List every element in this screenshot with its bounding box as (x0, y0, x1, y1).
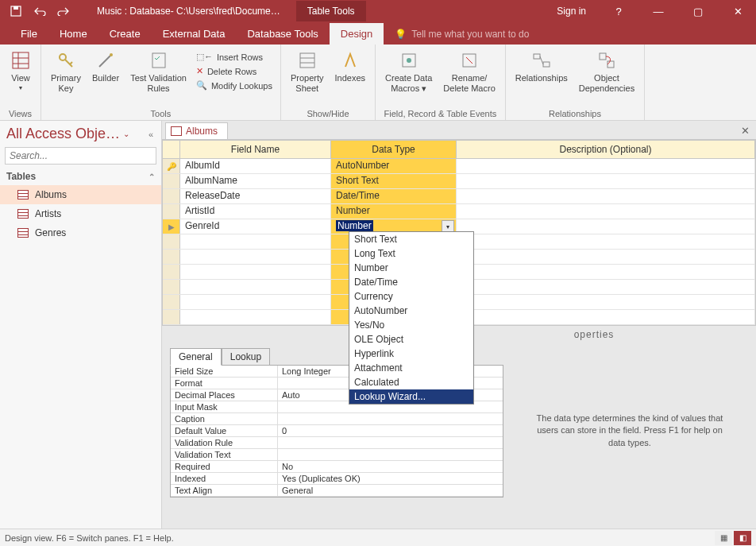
field-name-cell[interactable]: GenreId (180, 219, 331, 234)
field-name-cell[interactable] (180, 250, 331, 264)
col-data-type[interactable]: Data Type (331, 141, 457, 158)
property-row[interactable]: Default Value0 (171, 425, 503, 437)
prop-tab-lookup[interactable]: Lookup (222, 348, 270, 366)
field-name-cell[interactable]: AlbumId (180, 159, 331, 173)
view-button[interactable]: View▼ (6, 48, 35, 94)
data-type-cell[interactable]: Date/Time (331, 189, 457, 203)
document-tab-albums[interactable]: Albums (165, 122, 228, 139)
field-name-cell[interactable] (180, 265, 331, 279)
delete-rows-button[interactable]: ✕Delete Rows (195, 65, 274, 77)
nav-table-albums[interactable]: Albums (0, 185, 161, 204)
property-row[interactable]: IndexedYes (Duplicates OK) (171, 473, 503, 485)
dropdown-option[interactable]: Long Text (349, 246, 473, 261)
table-row[interactable]: ReleaseDateDate/Time (163, 189, 755, 204)
dropdown-option[interactable]: Date/Time (349, 275, 473, 289)
field-name-cell[interactable] (180, 234, 331, 249)
primary-key-button[interactable]: Primary Key (48, 48, 84, 95)
dropdown-option[interactable]: Attachment (349, 361, 473, 375)
dropdown-option[interactable]: Number (349, 261, 473, 275)
property-value[interactable]: Yes (Duplicates OK) (278, 473, 503, 484)
description-cell[interactable] (457, 189, 755, 203)
field-name-cell[interactable]: AlbumName (180, 174, 331, 188)
property-row[interactable]: Validation Rule (171, 437, 503, 449)
description-cell[interactable] (457, 295, 755, 309)
property-value[interactable] (278, 449, 503, 460)
undo-icon[interactable] (30, 2, 49, 21)
dropdown-option[interactable]: OLE Object (349, 332, 473, 347)
description-cell[interactable] (457, 174, 755, 188)
tab-home[interactable]: Home (48, 23, 98, 45)
description-cell[interactable] (457, 159, 755, 173)
description-cell[interactable] (457, 310, 755, 324)
description-cell[interactable] (457, 204, 755, 219)
insert-rows-button[interactable]: ⬚←Insert Rows (195, 51, 274, 63)
nav-table-artists[interactable]: Artists (0, 204, 161, 223)
table-row[interactable]: AlbumNameShort Text (163, 174, 755, 189)
rename-delete-macro-button[interactable]: Rename/ Delete Macro (440, 48, 498, 95)
property-value[interactable] (278, 413, 503, 424)
col-field-name[interactable]: Field Name (180, 141, 331, 158)
property-row[interactable]: RequiredNo (171, 461, 503, 473)
description-cell[interactable] (457, 280, 755, 294)
tab-create[interactable]: Create (98, 23, 152, 45)
builder-button[interactable]: Builder (89, 48, 122, 85)
nav-group-tables[interactable]: Tables⌃ (0, 168, 161, 185)
nav-dropdown-icon[interactable]: ⌄ (123, 130, 129, 138)
dropdown-option[interactable]: Currency (349, 289, 473, 304)
property-row[interactable]: Caption (171, 413, 503, 425)
tab-database-tools[interactable]: Database Tools (236, 23, 329, 45)
tab-external-data[interactable]: External Data (152, 23, 237, 45)
tell-me-search[interactable]: 💡 Tell me what you want to do (384, 24, 540, 45)
data-type-dropdown[interactable]: Short TextLong TextNumberDate/TimeCurren… (349, 231, 474, 405)
description-cell[interactable] (457, 265, 755, 279)
dropdown-option[interactable]: Yes/No (349, 318, 473, 332)
dropdown-option[interactable]: Hyperlink (349, 347, 473, 361)
nav-collapse-icon[interactable]: « (147, 128, 155, 141)
col-description[interactable]: Description (Optional) (457, 141, 755, 158)
dropdown-option[interactable]: AutoNumber (349, 304, 473, 318)
field-name-cell[interactable]: ArtistId (180, 204, 331, 219)
dropdown-option[interactable]: Calculated (349, 375, 473, 389)
tab-design[interactable]: Design (330, 23, 384, 45)
restore-button[interactable]: ▢ (680, 0, 716, 22)
prop-tab-general[interactable]: General (170, 348, 222, 366)
view-design-button[interactable]: ◧ (734, 531, 751, 545)
data-type-cell[interactable]: Number (331, 204, 457, 219)
view-datasheet-button[interactable]: ▦ (715, 531, 732, 545)
data-type-cell[interactable]: Short Text (331, 174, 457, 188)
description-cell[interactable] (457, 250, 755, 264)
field-name-cell[interactable] (180, 295, 331, 309)
nav-header[interactable]: All Access Obje… (6, 126, 120, 142)
table-row[interactable]: ArtistIdNumber (163, 204, 755, 219)
create-data-macros-button[interactable]: Create Data Macros ▾ (382, 48, 435, 95)
object-dependencies-button[interactable]: Object Dependencies (576, 48, 638, 95)
description-cell[interactable] (457, 234, 755, 249)
property-value[interactable] (278, 437, 503, 448)
property-row[interactable]: Text AlignGeneral (171, 485, 503, 497)
property-sheet-button[interactable]: Property Sheet (287, 48, 327, 95)
close-button[interactable]: ✕ (719, 0, 756, 22)
data-type-cell[interactable]: AutoNumber (331, 159, 457, 173)
property-value[interactable]: General (278, 485, 503, 496)
test-validation-button[interactable]: Test Validation Rules (127, 48, 190, 95)
sign-in-link[interactable]: Sign in (546, 6, 597, 17)
relationships-button[interactable]: Relationships (512, 48, 571, 85)
field-name-cell[interactable] (180, 310, 331, 324)
document-close-button[interactable]: ✕ (735, 122, 756, 139)
nav-search-input[interactable] (5, 147, 156, 165)
minimize-button[interactable]: — (640, 0, 677, 22)
description-cell[interactable] (457, 219, 755, 234)
modify-lookups-button[interactable]: 🔍Modify Lookups (195, 79, 274, 91)
indexes-button[interactable]: Indexes (332, 48, 369, 85)
dropdown-option[interactable]: Short Text (349, 232, 473, 246)
help-icon[interactable]: ? (600, 0, 637, 22)
field-name-cell[interactable] (180, 280, 331, 294)
dropdown-option[interactable]: Lookup Wizard... (349, 389, 473, 404)
tab-file[interactable]: File (10, 23, 48, 45)
save-icon[interactable] (6, 2, 25, 21)
redo-icon[interactable] (54, 2, 73, 21)
nav-table-genres[interactable]: Genres (0, 223, 161, 242)
property-value[interactable]: No (278, 461, 503, 472)
table-row[interactable]: 🔑AlbumIdAutoNumber (163, 159, 755, 174)
field-name-cell[interactable]: ReleaseDate (180, 189, 331, 203)
